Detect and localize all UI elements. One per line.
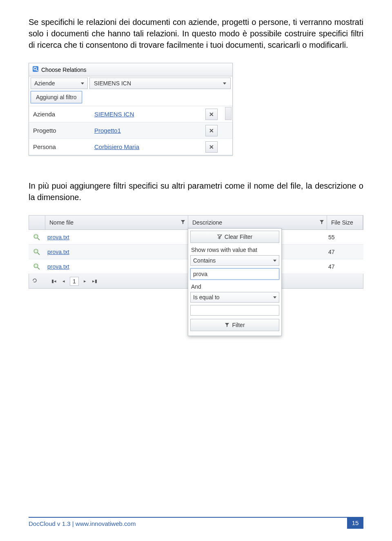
column-filter-popup: Clear Filter Show rows with value that C… (188, 228, 282, 336)
filter-value-1-input[interactable]: prova (190, 268, 279, 280)
grid-header-size-label: File Size (331, 219, 353, 226)
relations-list: Azienda SIEMENS ICN ✕ Progetto Progetto1… (29, 106, 232, 155)
relation-row-label: Azienda (29, 111, 94, 118)
filter-icon (225, 323, 229, 327)
search-icon (32, 66, 39, 73)
grid-header-name[interactable]: Nome file (45, 216, 188, 229)
grid-cell-filename: prova.txt (45, 234, 188, 240)
footer-site: www.innovatiweb.com (76, 520, 136, 527)
grid-cell-size: 55 (327, 234, 363, 240)
relation-remove-button[interactable]: ✕ (205, 125, 218, 136)
add-to-filter-button[interactable]: Aggiungi al filtro (31, 91, 82, 103)
grid-header-name-label: Nome file (49, 219, 74, 226)
chevron-down-icon (273, 296, 276, 298)
clear-filter-button[interactable]: Clear Filter (190, 231, 279, 243)
pager-prev-icon[interactable]: ◂ (60, 278, 67, 285)
relation-remove-button[interactable]: ✕ (205, 109, 218, 120)
relations-panel: Choose Relations Aziende SIEMENS ICN Agg… (29, 63, 233, 156)
chevron-down-icon (223, 82, 226, 85)
relation-row: Progetto Progetto1 ✕ (29, 122, 232, 139)
grid-header-icon-col[interactable] (29, 216, 45, 229)
pager-next-icon[interactable]: ▸ (81, 278, 89, 285)
file-grid-panel: Nome file Descrizione File Size prova.tx… (29, 215, 363, 289)
relation-type-value: Aziende (34, 80, 55, 87)
filter-operator-2[interactable]: Is equal to (190, 292, 279, 303)
file-link[interactable]: prova.txt (47, 263, 69, 270)
filter-icon[interactable] (180, 219, 185, 226)
relation-name-value: SIEMENS ICN (94, 80, 131, 87)
grid-cell-size: 47 (327, 263, 363, 270)
relation-row-label: Persona (29, 143, 94, 150)
file-link[interactable]: prova.txt (47, 249, 69, 255)
chevron-down-icon (273, 260, 276, 262)
footer-page-number: 15 (347, 517, 363, 529)
relation-row-label: Progetto (29, 127, 94, 134)
grid-header-desc[interactable]: Descrizione (188, 216, 327, 229)
intro-paragraph-2: In più puoi aggiungere filtri specifici … (29, 180, 363, 203)
file-link[interactable]: prova.txt (47, 234, 69, 240)
relation-row-link[interactable]: Progetto1 (94, 127, 205, 134)
relation-row: Azienda SIEMENS ICN ✕ (29, 106, 232, 122)
relation-name-combobox[interactable]: SIEMENS ICN (89, 78, 231, 89)
scrollbar-thumb[interactable] (225, 107, 232, 120)
relation-row: Persona Corbisiero Maria ✕ (29, 139, 232, 155)
page-footer: DocCloud v 1.3 | www.innovatiweb.com 15 (29, 517, 363, 529)
svg-line-7 (38, 253, 40, 255)
svg-point-5 (35, 236, 37, 237)
svg-line-4 (38, 238, 40, 240)
svg-point-8 (35, 250, 37, 252)
relation-row-link[interactable]: SIEMENS ICN (94, 111, 205, 118)
apply-filter-button[interactable]: Filter (190, 319, 279, 331)
filter-show-rows-label: Show rows with value that (190, 245, 279, 255)
grid-cell-filename: prova.txt (45, 249, 188, 255)
intro-paragraph-1: Se specifichi le relazioni dei documenti… (29, 16, 363, 51)
footer-separator: | (72, 520, 76, 527)
grid-cell-size: 47 (327, 249, 363, 255)
filter-operator-1-value: Contains (193, 257, 216, 264)
filter-operator-1[interactable]: Contains (190, 255, 279, 266)
svg-line-10 (38, 267, 40, 269)
filter-and-label: And (190, 282, 279, 292)
chevron-down-icon (81, 82, 84, 85)
footer-product: DocCloud v 1.3 (29, 520, 71, 527)
clear-filter-label: Clear Filter (225, 234, 252, 240)
pager-first-icon[interactable]: ▮◂ (50, 278, 58, 285)
preview-icon[interactable] (29, 248, 45, 256)
apply-filter-label: Filter (232, 322, 245, 328)
relations-panel-header: Choose Relations (29, 63, 232, 76)
grid-header-size[interactable]: File Size (327, 216, 363, 229)
refresh-icon[interactable] (31, 277, 38, 285)
grid-cell-filename: prova.txt (45, 263, 188, 270)
clear-filter-icon (217, 234, 222, 239)
filter-operator-2-value: Is equal to (193, 294, 220, 301)
preview-icon[interactable] (29, 234, 45, 241)
pager-current-page[interactable]: 1 (70, 277, 79, 286)
relation-type-dropdown[interactable]: Aziende (31, 78, 88, 89)
svg-point-11 (35, 265, 37, 267)
relation-remove-button[interactable]: ✕ (205, 141, 218, 153)
pager-last-icon[interactable]: ▸▮ (91, 278, 98, 285)
grid-header: Nome file Descrizione File Size (29, 215, 363, 230)
filter-value-2-input[interactable] (190, 305, 279, 316)
relation-row-link[interactable]: Corbisiero Maria (94, 143, 205, 150)
grid-header-desc-label: Descrizione (192, 219, 222, 226)
preview-icon[interactable] (29, 263, 45, 270)
filter-icon[interactable] (319, 219, 324, 226)
relations-panel-title: Choose Relations (41, 67, 87, 73)
